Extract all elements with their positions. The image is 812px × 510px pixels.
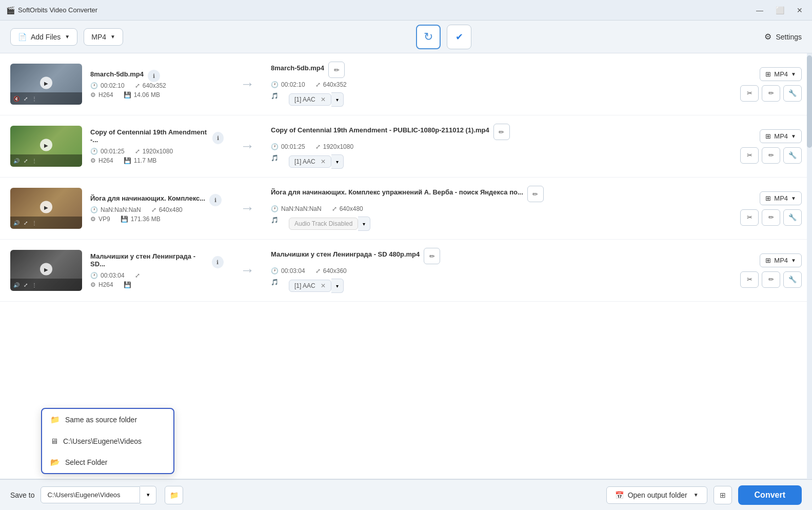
output-actions: ⊞ MP4 ▼ ✂ ✏ 🔧 — [720, 67, 802, 102]
dropdown-videos-path-item[interactable]: 🖥 C:\Users\Eugene\Videos — [42, 430, 173, 452]
output-info: 8march-5db.mp4 ✏ 🕐 00:02:10 ⤢ 640x352 🎵 — [271, 62, 711, 107]
add-files-button[interactable]: 📄 Add Files ▼ — [10, 28, 77, 46]
output-format-button[interactable]: ⊞ MP4 ▼ — [760, 191, 802, 205]
file-info: Copy of Centennial 19th Amendment -... ℹ… — [90, 128, 224, 164]
dropdown-same-source-item[interactable]: 📁 Same as source folder — [42, 409, 173, 430]
adjust-button[interactable]: 🔧 — [783, 271, 802, 288]
dropdown-select-folder-label: Select Folder — [65, 458, 107, 466]
info-button[interactable]: ℹ — [212, 256, 224, 268]
audio-remove-button[interactable]: ✕ — [321, 96, 326, 103]
thumbnail: ▶ 🔊 ⤢ ⋮ — [10, 188, 82, 229]
action-buttons: ✂ ✏ 🔧 — [740, 147, 802, 164]
expand2-icon: ⤢ — [135, 272, 140, 279]
mute-icon: 🔊 — [13, 282, 19, 288]
adjust-button[interactable]: 🔧 — [783, 147, 802, 164]
audio-remove-button[interactable]: ✕ — [321, 158, 326, 165]
minimize-button[interactable]: — — [753, 5, 766, 15]
file-name: Мальчишки у стен Ленинграда - SD... — [90, 252, 208, 268]
crop-button[interactable]: ✂ — [740, 85, 759, 102]
expand2-icon: ⤢ — [135, 82, 140, 89]
output-format-button[interactable]: ⊞ MP4 ▼ — [760, 67, 802, 81]
clock2-icon: 🕐 — [271, 205, 279, 212]
adjust-button[interactable]: 🔧 — [783, 85, 802, 102]
info-button[interactable]: ℹ — [209, 194, 222, 206]
size-item: 💾 — [124, 281, 134, 288]
settings-button[interactable]: ⚙ Settings — [764, 32, 802, 42]
audio-dropdown-button[interactable]: ▾ — [358, 217, 370, 231]
meta-row-1: 🕐 00:01:25 ⤢ 1920x1080 — [90, 148, 224, 155]
open-output-label: Open output folder — [628, 491, 687, 499]
grid-view-button[interactable]: ⊞ — [714, 486, 732, 504]
meta-row-2: ⚙ H264 💾 — [90, 281, 224, 288]
disk-icon: 💾 — [124, 91, 131, 99]
audio-dropdown-button[interactable]: ▾ — [331, 92, 344, 107]
edit-name-button[interactable]: ✏ — [328, 62, 345, 78]
output-format-button[interactable]: ⊞ MP4 ▼ — [760, 253, 802, 267]
expand2-icon: ⤢ — [135, 148, 140, 155]
edit-name-button[interactable]: ✏ — [424, 248, 440, 264]
gear-small-icon: ⚙ — [90, 91, 96, 99]
format-chevron-icon: ▼ — [110, 34, 115, 40]
crop-button[interactable]: ✂ — [740, 147, 759, 164]
play-button[interactable]: ▶ — [40, 77, 52, 89]
audio-remove-button[interactable]: ✕ — [321, 282, 326, 289]
audio-row: [1] AAC ✕ ▾ — [289, 92, 344, 107]
action-buttons: ✂ ✏ 🔧 — [740, 85, 802, 102]
refresh-button[interactable]: ↻ — [416, 25, 441, 49]
audio-track-disabled-tag: Audio Track Disabled — [289, 218, 358, 230]
edit-button[interactable]: ✏ — [762, 271, 780, 288]
crop-button[interactable]: ✂ — [740, 271, 759, 288]
play-button[interactable]: ▶ — [40, 201, 52, 213]
open-output-button[interactable]: 📅 Open output folder ▼ — [606, 486, 707, 504]
edit-button[interactable]: ✏ — [762, 209, 780, 226]
monitor-icon: 🖥 — [50, 437, 58, 445]
output-format-button[interactable]: ⊞ MP4 ▼ — [760, 129, 802, 143]
save-path-dropdown-button[interactable]: ▾ — [140, 486, 156, 504]
edit-button[interactable]: ✏ — [762, 147, 780, 164]
maximize-button[interactable]: ⬜ — [773, 5, 787, 15]
audio-dropdown-button[interactable]: ▾ — [331, 279, 344, 293]
play-button[interactable]: ▶ — [40, 263, 52, 276]
arrow-icon: → — [240, 200, 254, 217]
grid2-icon: ⊞ — [720, 491, 726, 499]
clock-icon: 🕐 — [90, 82, 98, 89]
play-button[interactable]: ▶ — [40, 139, 52, 151]
output-audio-row: 🎵 [1] AAC ✕ ▾ — [271, 92, 711, 107]
filesize: 11.7 MB — [134, 157, 157, 164]
output-meta: 🕐 00:02:10 ⤢ 640x352 🎵 [1] AAC ✕ — [271, 81, 711, 107]
scrollbar-thumb[interactable] — [807, 55, 812, 148]
output-format-label: MP4 — [774, 132, 788, 140]
resolution-item: ⤢ 640x352 — [135, 82, 166, 89]
crop-button[interactable]: ✂ — [740, 209, 759, 226]
toolbar-right: ⚙ Settings — [764, 32, 802, 42]
output-actions: ⊞ MP4 ▼ ✂ ✏ 🔧 — [720, 253, 802, 288]
audio-dropdown-button[interactable]: ▾ — [331, 154, 344, 169]
format-selector[interactable]: MP4 ▼ — [84, 28, 123, 46]
meta-row-2: ⚙ H264 💾 11.7 MB — [90, 157, 224, 164]
codec: H264 — [98, 281, 113, 288]
check-button[interactable]: ✔ — [447, 25, 471, 49]
duration-item: 🕐 00:01:25 — [90, 148, 125, 155]
more-icon: ⋮ — [32, 220, 37, 226]
table-row: ▶ 🔇 ⤢ ⋮ 8march-5db.mp4 ℹ 🕐 00:02:10 — [0, 53, 812, 115]
thumb-overlay: 🔊 ⤢ ⋮ — [10, 154, 82, 167]
browse-folder-button[interactable]: 📁 — [165, 486, 183, 504]
close-button[interactable]: ✕ — [794, 5, 806, 15]
edit-name-button[interactable]: ✏ — [493, 124, 510, 140]
resolution: 640x352 — [143, 82, 166, 89]
info-button[interactable]: ℹ — [212, 132, 224, 144]
grid-icon: ⊞ — [765, 194, 771, 202]
clock2-icon: 🕐 — [271, 143, 279, 150]
edit-name-button[interactable]: ✏ — [527, 186, 544, 202]
save-path-input[interactable] — [41, 486, 140, 503]
dropdown-select-folder-item[interactable]: 📂 Select Folder — [42, 452, 173, 473]
expand3-icon: ⤢ — [315, 267, 321, 274]
meta-row-1: 🕐 NaN:NaN:NaN ⤢ 640x480 — [90, 206, 224, 213]
adjust-button[interactable]: 🔧 — [783, 209, 802, 226]
action-buttons: ✂ ✏ 🔧 — [740, 209, 802, 226]
output-resolution: ⤢ 640x480 — [332, 205, 363, 212]
convert-button[interactable]: Convert — [738, 485, 802, 505]
info-button[interactable]: ℹ — [148, 70, 160, 82]
expand-icon: ⤢ — [24, 282, 28, 288]
edit-button[interactable]: ✏ — [762, 85, 780, 102]
